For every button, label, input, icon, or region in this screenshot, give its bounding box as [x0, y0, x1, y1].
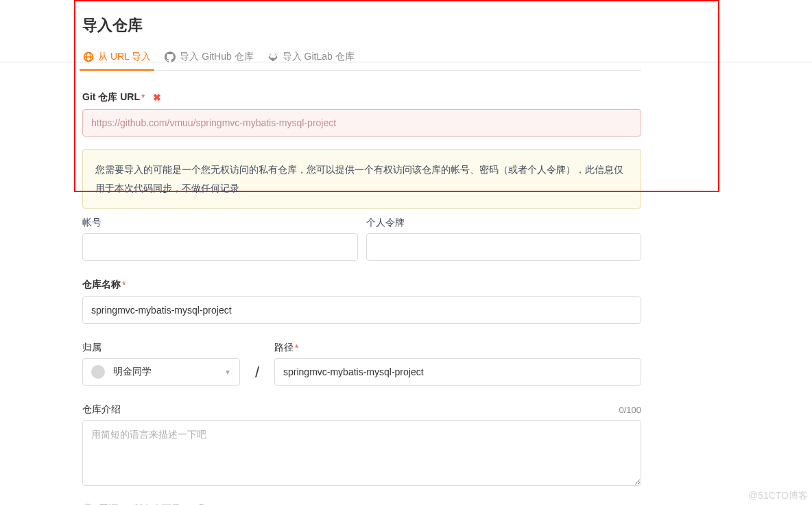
- clear-url-icon[interactable]: ✖: [153, 92, 161, 103]
- owner-select[interactable]: 明金同学 ▼: [82, 358, 240, 386]
- private-repo-warning: 您需要导入的可能是一个您无权访问的私有仓库，您可以提供一个有权访问该仓库的帐号、…: [82, 149, 641, 209]
- owner-label: 归属: [82, 342, 240, 354]
- gitlab-icon: [267, 51, 278, 62]
- required-star-icon: *: [141, 92, 145, 103]
- token-label: 个人令牌: [366, 217, 642, 229]
- account-label: 帐号: [82, 217, 358, 229]
- tab-label: 从 URL 导入: [98, 51, 151, 63]
- tab-label: 导入 GitHub 仓库: [180, 51, 253, 63]
- path-input[interactable]: [274, 358, 641, 386]
- required-star-icon: *: [122, 279, 126, 290]
- description-counter: 0/100: [619, 405, 641, 415]
- repo-name-input[interactable]: [82, 296, 641, 324]
- owner-selected: 明金同学: [113, 366, 152, 377]
- required-star-icon: *: [295, 342, 298, 353]
- watermark: @51CTO博客: [748, 490, 808, 502]
- path-separator: /: [240, 364, 274, 386]
- account-input[interactable]: [82, 233, 358, 261]
- page-title: 导入仓库: [82, 15, 641, 36]
- git-url-label: Git 仓库 URL: [82, 91, 140, 104]
- form-container: 导入仓库 从 URL 导入 导入 GitHub 仓库 导入 GitLab 仓库 …: [82, 0, 641, 505]
- import-tabs: 从 URL 导入 导入 GitHub 仓库 导入 GitLab 仓库: [82, 51, 641, 71]
- description-label: 仓库介绍: [82, 403, 121, 416]
- tab-import-github[interactable]: 导入 GitHub 仓库: [164, 51, 254, 70]
- tab-import-gitlab[interactable]: 导入 GitLab 仓库: [267, 51, 355, 70]
- chevron-down-icon: ▼: [224, 368, 231, 376]
- avatar-icon: [91, 365, 105, 379]
- git-url-input[interactable]: [82, 109, 641, 137]
- tab-from-url[interactable]: 从 URL 导入: [82, 51, 152, 70]
- description-textarea[interactable]: [82, 420, 641, 486]
- repo-name-label: 仓库名称: [82, 279, 121, 291]
- github-icon: [165, 51, 176, 62]
- globe-icon: [83, 51, 94, 62]
- tab-label: 导入 GitLab 仓库: [283, 51, 355, 63]
- token-input[interactable]: [366, 233, 642, 261]
- path-label: 路径: [274, 342, 294, 354]
